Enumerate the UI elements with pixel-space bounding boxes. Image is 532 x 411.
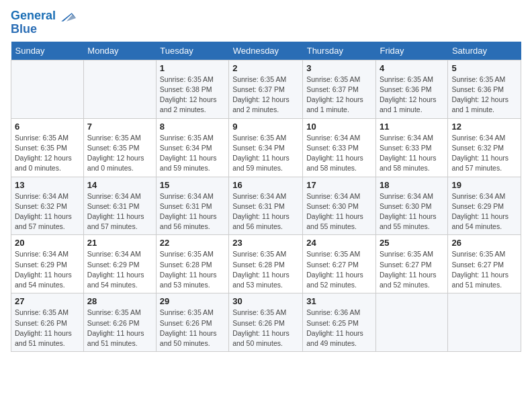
day-number: 11 <box>380 122 444 132</box>
day-info: Sunrise: 6:35 AM Sunset: 6:28 PM Dayligh… <box>232 249 299 290</box>
day-cell: 9Sunrise: 6:35 AM Sunset: 6:34 PM Daylig… <box>229 118 303 177</box>
day-cell <box>375 293 447 352</box>
logo-icon <box>57 7 76 26</box>
day-cell: 29Sunrise: 6:35 AM Sunset: 6:26 PM Dayli… <box>156 293 228 352</box>
day-cell: 2Sunrise: 6:35 AM Sunset: 6:37 PM Daylig… <box>229 60 303 118</box>
day-number: 14 <box>87 180 152 190</box>
day-cell: 12Sunrise: 6:34 AM Sunset: 6:32 PM Dayli… <box>448 118 521 177</box>
main-container: General Blue SundayMondayTuesdayWednesda… <box>0 0 532 363</box>
day-info: Sunrise: 6:35 AM Sunset: 6:27 PM Dayligh… <box>451 249 517 290</box>
week-row-4: 20Sunrise: 6:34 AM Sunset: 6:29 PM Dayli… <box>11 235 521 293</box>
logo-text-general: General <box>11 9 56 23</box>
day-info: Sunrise: 6:35 AM Sunset: 6:34 PM Dayligh… <box>232 133 299 174</box>
weekday-header-sunday: Sunday <box>11 42 84 60</box>
week-row-3: 13Sunrise: 6:34 AM Sunset: 6:32 PM Dayli… <box>11 177 521 235</box>
day-cell: 28Sunrise: 6:35 AM Sunset: 6:26 PM Dayli… <box>83 293 156 352</box>
day-number: 7 <box>87 122 152 132</box>
day-cell: 30Sunrise: 6:35 AM Sunset: 6:26 PM Dayli… <box>229 293 303 352</box>
weekday-header-thursday: Thursday <box>303 42 376 60</box>
weekday-header-saturday: Saturday <box>448 42 521 60</box>
day-number: 13 <box>15 180 80 190</box>
day-number: 4 <box>380 63 444 73</box>
day-number: 2 <box>232 63 299 73</box>
day-cell <box>11 60 84 118</box>
day-number: 20 <box>15 238 80 248</box>
day-number: 5 <box>451 63 517 73</box>
day-cell: 8Sunrise: 6:35 AM Sunset: 6:34 PM Daylig… <box>156 118 228 177</box>
day-number: 24 <box>306 238 372 248</box>
day-info: Sunrise: 6:35 AM Sunset: 6:26 PM Dayligh… <box>160 308 225 349</box>
day-cell: 22Sunrise: 6:35 AM Sunset: 6:28 PM Dayli… <box>156 235 228 293</box>
day-cell: 11Sunrise: 6:34 AM Sunset: 6:33 PM Dayli… <box>375 118 447 177</box>
calendar-table: SundayMondayTuesdayWednesdayThursdayFrid… <box>11 42 521 352</box>
day-info: Sunrise: 6:35 AM Sunset: 6:34 PM Dayligh… <box>160 133 225 174</box>
day-cell: 17Sunrise: 6:34 AM Sunset: 6:30 PM Dayli… <box>303 177 376 235</box>
day-cell: 16Sunrise: 6:34 AM Sunset: 6:31 PM Dayli… <box>229 177 303 235</box>
day-number: 10 <box>306 122 372 132</box>
day-cell: 21Sunrise: 6:34 AM Sunset: 6:29 PM Dayli… <box>83 235 156 293</box>
weekday-header-tuesday: Tuesday <box>156 42 228 60</box>
day-number: 27 <box>15 296 80 306</box>
day-number: 1 <box>160 63 225 73</box>
day-cell: 7Sunrise: 6:35 AM Sunset: 6:35 PM Daylig… <box>83 118 156 177</box>
day-cell: 26Sunrise: 6:35 AM Sunset: 6:27 PM Dayli… <box>448 235 521 293</box>
day-info: Sunrise: 6:35 AM Sunset: 6:35 PM Dayligh… <box>87 133 152 174</box>
day-info: Sunrise: 6:34 AM Sunset: 6:32 PM Dayligh… <box>451 133 517 174</box>
day-info: Sunrise: 6:35 AM Sunset: 6:26 PM Dayligh… <box>232 308 299 349</box>
day-number: 16 <box>232 180 299 190</box>
weekday-header-wednesday: Wednesday <box>229 42 303 60</box>
day-number: 25 <box>380 238 444 248</box>
svg-marker-1 <box>66 14 76 21</box>
day-info: Sunrise: 6:35 AM Sunset: 6:37 PM Dayligh… <box>306 75 372 116</box>
header: General Blue <box>11 7 521 36</box>
day-info: Sunrise: 6:34 AM Sunset: 6:31 PM Dayligh… <box>87 191 152 232</box>
day-info: Sunrise: 6:35 AM Sunset: 6:26 PM Dayligh… <box>87 308 152 349</box>
day-info: Sunrise: 6:34 AM Sunset: 6:33 PM Dayligh… <box>380 133 444 174</box>
day-number: 15 <box>160 180 225 190</box>
day-cell: 19Sunrise: 6:34 AM Sunset: 6:29 PM Dayli… <box>448 177 521 235</box>
day-info: Sunrise: 6:34 AM Sunset: 6:33 PM Dayligh… <box>306 133 372 174</box>
day-cell: 15Sunrise: 6:34 AM Sunset: 6:31 PM Dayli… <box>156 177 228 235</box>
day-cell: 31Sunrise: 6:36 AM Sunset: 6:25 PM Dayli… <box>303 293 376 352</box>
day-cell: 6Sunrise: 6:35 AM Sunset: 6:35 PM Daylig… <box>11 118 84 177</box>
day-info: Sunrise: 6:35 AM Sunset: 6:36 PM Dayligh… <box>451 75 517 116</box>
day-info: Sunrise: 6:34 AM Sunset: 6:30 PM Dayligh… <box>380 191 444 232</box>
day-cell <box>83 60 156 118</box>
day-info: Sunrise: 6:34 AM Sunset: 6:32 PM Dayligh… <box>15 191 80 232</box>
logo-text-blue: Blue <box>11 23 37 36</box>
day-cell: 27Sunrise: 6:35 AM Sunset: 6:26 PM Dayli… <box>11 293 84 352</box>
day-cell: 25Sunrise: 6:35 AM Sunset: 6:27 PM Dayli… <box>375 235 447 293</box>
week-row-5: 27Sunrise: 6:35 AM Sunset: 6:26 PM Dayli… <box>11 293 521 352</box>
day-cell: 20Sunrise: 6:34 AM Sunset: 6:29 PM Dayli… <box>11 235 84 293</box>
day-cell: 18Sunrise: 6:34 AM Sunset: 6:30 PM Dayli… <box>375 177 447 235</box>
weekday-header-monday: Monday <box>83 42 156 60</box>
day-info: Sunrise: 6:35 AM Sunset: 6:27 PM Dayligh… <box>306 249 372 290</box>
day-info: Sunrise: 6:34 AM Sunset: 6:29 PM Dayligh… <box>451 191 517 232</box>
day-cell: 1Sunrise: 6:35 AM Sunset: 6:38 PM Daylig… <box>156 60 228 118</box>
day-number: 17 <box>306 180 372 190</box>
day-cell: 4Sunrise: 6:35 AM Sunset: 6:36 PM Daylig… <box>375 60 447 118</box>
day-number: 31 <box>306 296 372 306</box>
day-info: Sunrise: 6:35 AM Sunset: 6:36 PM Dayligh… <box>380 75 444 116</box>
day-number: 3 <box>306 63 372 73</box>
day-number: 26 <box>451 238 517 248</box>
day-number: 6 <box>15 122 80 132</box>
day-info: Sunrise: 6:35 AM Sunset: 6:28 PM Dayligh… <box>160 249 225 290</box>
weekday-header-friday: Friday <box>375 42 447 60</box>
day-number: 21 <box>87 238 152 248</box>
day-number: 29 <box>160 296 225 306</box>
day-number: 19 <box>451 180 517 190</box>
day-number: 18 <box>380 180 444 190</box>
day-info: Sunrise: 6:36 AM Sunset: 6:25 PM Dayligh… <box>306 308 372 349</box>
day-number: 30 <box>232 296 299 306</box>
day-info: Sunrise: 6:34 AM Sunset: 6:31 PM Dayligh… <box>160 191 225 232</box>
day-info: Sunrise: 6:35 AM Sunset: 6:26 PM Dayligh… <box>15 308 80 349</box>
day-cell: 3Sunrise: 6:35 AM Sunset: 6:37 PM Daylig… <box>303 60 376 118</box>
day-info: Sunrise: 6:34 AM Sunset: 6:29 PM Dayligh… <box>15 249 80 290</box>
week-row-1: 1Sunrise: 6:35 AM Sunset: 6:38 PM Daylig… <box>11 60 521 118</box>
day-info: Sunrise: 6:34 AM Sunset: 6:29 PM Dayligh… <box>87 249 152 290</box>
day-info: Sunrise: 6:35 AM Sunset: 6:38 PM Dayligh… <box>160 75 225 116</box>
day-info: Sunrise: 6:34 AM Sunset: 6:30 PM Dayligh… <box>306 191 372 232</box>
day-number: 12 <box>451 122 517 132</box>
day-cell: 14Sunrise: 6:34 AM Sunset: 6:31 PM Dayli… <box>83 177 156 235</box>
